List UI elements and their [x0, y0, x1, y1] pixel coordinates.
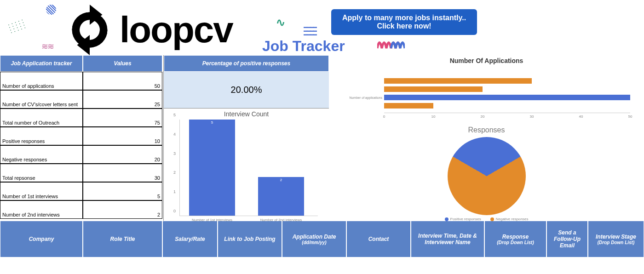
stat-value: 50	[83, 72, 162, 90]
page-title: Job Tracker	[262, 38, 345, 55]
interview-count-chart: Interview Count 0123455Number of 1st int…	[164, 108, 329, 223]
column-header: Interview Time, Date & Interviewer Name	[411, 221, 484, 257]
applications-chart: Number Of Applications Number of applica…	[329, 55, 644, 124]
stat-label: Total repsonse	[0, 164, 83, 182]
chart-bar	[384, 78, 532, 84]
x-label: Number of 1st interviews	[180, 218, 244, 222]
column-header-label: Contact	[350, 236, 408, 242]
column-header: Application Date(dd/mm/yy)	[282, 221, 346, 257]
column-header-label: Interview Stage	[591, 234, 641, 240]
stat-row: Number of CV's/cover letters sent25	[0, 90, 163, 108]
logo-text: loopcv	[120, 9, 233, 51]
percentage-header: Percentage of positive responses	[164, 55, 329, 72]
column-header-label: Link to Job Posting	[221, 236, 279, 242]
legend-item: Positive responses	[445, 217, 481, 221]
stats-header-label: Job Application tracker	[0, 55, 83, 72]
responses-chart-title: Responses	[329, 126, 644, 134]
bar-value: 5	[211, 120, 213, 125]
y-tick: 0	[173, 209, 176, 213]
column-header: Contact	[346, 221, 411, 257]
x-tick: 50	[628, 114, 632, 119]
y-label: Number of applications	[336, 96, 384, 99]
stat-value: 20	[83, 145, 162, 164]
column-header: Link to Job Posting	[218, 221, 282, 257]
apply-button-line1: Apply to many more jobs instantly..	[342, 14, 466, 22]
responses-chart: Responses Positive responsesNegative res…	[329, 126, 644, 223]
right-chart-column: Number Of Applications Number of applica…	[329, 55, 644, 221]
stat-value: 5	[83, 182, 162, 200]
legend-label: Negative responses	[496, 217, 529, 221]
interview-chart-title: Interview Count	[166, 110, 327, 118]
stat-label: Number of 2nd interviews	[0, 200, 83, 219]
apply-button[interactable]: Apply to many more jobs instantly.. Clic…	[331, 9, 477, 35]
stat-label: Total number of Outreach	[0, 108, 83, 127]
chart-bar: Number of applications	[384, 95, 630, 100]
column-header-label: Application Date	[285, 234, 343, 240]
legend-swatch-icon	[445, 217, 448, 221]
x-label: Number of 2nd interviews	[249, 218, 313, 222]
column-header-label: Send a Follow-Up Email	[550, 229, 585, 249]
apply-button-line2: Click here now!	[342, 22, 466, 30]
decorative-wave-icon: ≋≋	[41, 41, 53, 51]
stat-label: Number of 1st interviews	[0, 182, 83, 200]
column-header: Company	[0, 221, 83, 257]
decorative-dots-icon: • • • • •• • • • •• • • • •• • • • •	[8, 18, 27, 34]
stat-value: 75	[83, 108, 162, 127]
stat-label: Number of CV's/cover letters sent	[0, 90, 83, 108]
stat-row: Number of applications50	[0, 72, 163, 90]
header: • • • • •• • • • •• • • • •• • • • • ≋≋ …	[0, 0, 644, 55]
column-header-sub: (Drop Down List)	[488, 240, 543, 245]
y-tick: 2	[173, 170, 176, 175]
column-header-sub: (dd/mm/yy)	[285, 240, 343, 245]
stat-label: Negative responses	[0, 145, 83, 164]
stat-label: Number of applications	[0, 72, 83, 90]
responses-pie	[448, 137, 526, 215]
stat-row: Total repsonse30	[0, 164, 163, 182]
applications-chart-title: Number Of Applications	[334, 57, 639, 64]
bar-value: 2	[280, 178, 282, 182]
legend-item: Negative responses	[490, 217, 529, 221]
x-tick: 0	[383, 114, 385, 119]
x-tick: 10	[431, 114, 436, 119]
x-tick: 20	[481, 114, 485, 119]
stats-header-values: Values	[83, 55, 162, 72]
y-tick: 5	[173, 113, 176, 117]
decorative-circle-icon	[46, 5, 56, 15]
x-tick: 30	[530, 114, 534, 119]
column-header: Interview Stage(Drop Down List)	[588, 221, 644, 257]
loop-arrows-icon	[64, 5, 115, 55]
x-tick: 40	[579, 114, 583, 119]
column-header-label: Interview Time, Date & Interviewer Name	[414, 233, 481, 245]
stat-row: Number of 1st interviews5	[0, 182, 163, 200]
decorative-squiggle-icon: ∿	[276, 16, 285, 29]
middle-chart-column: Percentage of positive responses 20.00% …	[163, 55, 329, 221]
y-tick: 1	[173, 189, 176, 194]
stat-label: Positive responses	[0, 127, 83, 145]
column-header: Salary/Rate	[162, 221, 218, 257]
chart-bar: 2	[258, 177, 304, 216]
y-tick: 4	[173, 132, 176, 137]
stats-table: Job Application tracker Values Number of…	[0, 55, 163, 221]
stat-value: 25	[83, 90, 162, 108]
column-header-label: Response	[488, 234, 543, 240]
column-header: Response(Drop Down List)	[484, 221, 546, 257]
stat-value: 30	[83, 164, 162, 182]
decorative-lines-icon: ▬▬▬▬▬▬▬▬▬▬▬▬	[304, 25, 316, 36]
legend-swatch-icon	[490, 217, 494, 221]
stat-row: Positive responses10	[0, 127, 163, 145]
legend-label: Positive responses	[450, 217, 481, 221]
stat-row: Negative responses20	[0, 145, 163, 164]
y-tick: 3	[173, 151, 176, 156]
percentage-value: 20.00%	[164, 72, 329, 108]
stat-value: 10	[83, 127, 162, 145]
chart-bar: 5	[189, 120, 235, 216]
stat-value: 2	[83, 200, 162, 219]
stat-row: Total number of Outreach75	[0, 108, 163, 127]
chart-bar	[384, 86, 483, 92]
chart-bar	[384, 103, 433, 108]
responses-legend: Positive responsesNegative responses	[329, 217, 644, 221]
column-header-label: Salary/Rate	[166, 236, 214, 242]
column-header: Role Title	[83, 221, 162, 257]
column-header-label: Company	[3, 236, 80, 242]
column-headers-row: CompanyRole TitleSalary/RateLink to Job …	[0, 221, 644, 257]
